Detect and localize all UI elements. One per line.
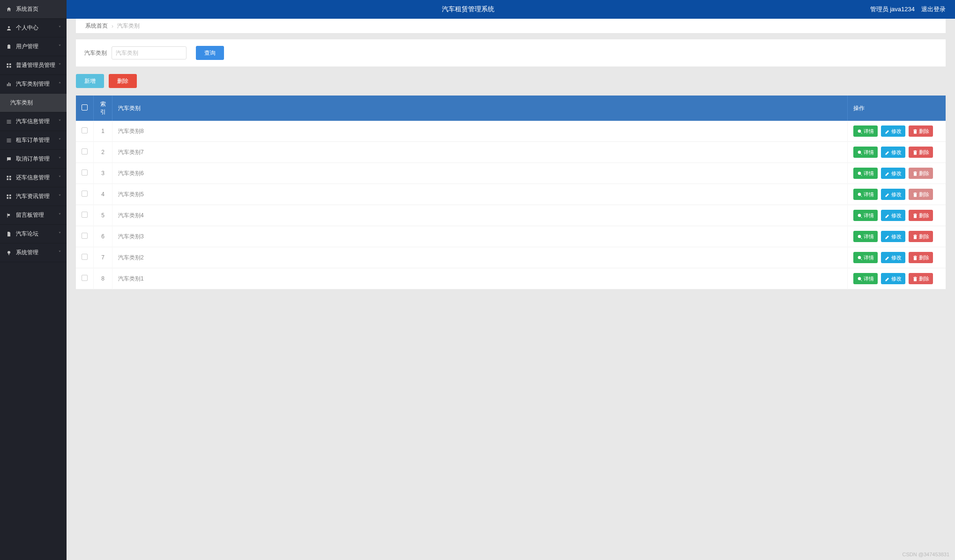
svg-rect-6 [9, 66, 11, 68]
svg-rect-64 [913, 277, 917, 278]
sidebar-item-2[interactable]: 用户管理˅ [0, 37, 67, 56]
sidebar-item-5[interactable]: 汽车类别 [0, 94, 67, 112]
row-actions: 详情 修改 删除 [847, 142, 946, 163]
header-category: 汽车类别 [112, 96, 848, 121]
trash-icon [912, 150, 918, 155]
row-category: 汽车类别5 [112, 184, 848, 205]
svg-rect-25 [8, 254, 9, 255]
row-delete-button[interactable]: 删除 [909, 147, 933, 158]
detail-button[interactable]: 详情 [853, 273, 878, 284]
row-checkbox[interactable] [82, 254, 88, 260]
row-delete-button[interactable]: 删除 [909, 210, 933, 221]
search-bar: 汽车类别 查询 [76, 39, 946, 66]
search-icon [857, 129, 862, 134]
user-role-label[interactable]: 管理员 java1234 [870, 5, 915, 14]
detail-button[interactable]: 详情 [853, 147, 878, 158]
svg-rect-14 [7, 140, 11, 140]
svg-rect-8 [8, 82, 9, 86]
detail-button[interactable]: 详情 [853, 189, 878, 200]
sidebar-item-4[interactable]: 汽车类别管理˄ [0, 75, 67, 94]
logout-link[interactable]: 退出登录 [921, 5, 946, 14]
select-all-checkbox[interactable] [82, 104, 88, 111]
sidebar-item-1[interactable]: 个人中心˅ [0, 19, 67, 37]
row-delete-button[interactable]: 删除 [909, 252, 933, 263]
sidebar-item-9[interactable]: 还车信息管理˅ [0, 169, 67, 187]
sidebar-item-10[interactable]: 汽车资讯管理˅ [0, 187, 67, 206]
svg-line-37 [860, 174, 862, 176]
sidebar-item-12[interactable]: 汽车论坛˅ [0, 225, 67, 243]
row-actions: 详情 修改 删除 [847, 247, 946, 268]
detail-button[interactable]: 详情 [853, 231, 878, 242]
svg-line-57 [860, 258, 862, 260]
table-row: 8 汽车类别1 详情 修改 删除 [76, 268, 946, 289]
table-row: 1 汽车类别8 详情 修改 删除 [76, 121, 946, 142]
row-delete-button[interactable]: 删除 [909, 125, 933, 137]
svg-point-0 [8, 26, 10, 28]
detail-button[interactable]: 详情 [853, 125, 878, 137]
row-delete-button[interactable]: 删除 [909, 189, 933, 200]
row-checkbox[interactable] [82, 148, 88, 155]
row-checkbox-cell [76, 121, 94, 142]
row-index: 5 [94, 205, 112, 226]
table-row: 6 汽车类别3 详情 修改 删除 [76, 226, 946, 247]
row-index: 4 [94, 184, 112, 205]
sidebar-item-label: 取消订单管理 [16, 155, 59, 163]
sidebar-item-label: 系统首页 [16, 5, 61, 13]
row-checkbox[interactable] [82, 233, 88, 239]
delete-button[interactable]: 删除 [109, 74, 137, 88]
edit-icon [885, 234, 890, 239]
edit-button[interactable]: 修改 [881, 231, 905, 242]
svg-rect-54 [913, 235, 917, 236]
svg-point-51 [858, 235, 861, 238]
svg-rect-38 [914, 172, 917, 176]
svg-rect-65 [915, 277, 916, 277]
row-index: 1 [94, 121, 112, 142]
top-header: 汽车租赁管理系统 管理员 java1234 退出登录 [67, 0, 955, 19]
sidebar-item-8[interactable]: 取消订单管理˅ [0, 150, 67, 169]
edit-button[interactable]: 修改 [881, 189, 905, 200]
sidebar-item-3[interactable]: 普通管理员管理˅ [0, 56, 67, 75]
svg-rect-39 [913, 172, 917, 172]
sidebar-item-0[interactable]: 系统首页 [0, 0, 67, 19]
detail-button[interactable]: 详情 [853, 252, 878, 263]
row-checkbox[interactable] [82, 127, 88, 133]
edit-button[interactable]: 修改 [881, 125, 905, 137]
svg-rect-18 [7, 178, 9, 180]
chat-icon [6, 156, 12, 162]
edit-button[interactable]: 修改 [881, 252, 905, 263]
search-input[interactable] [112, 46, 187, 59]
row-checkbox[interactable] [82, 191, 88, 197]
add-button[interactable]: 新增 [76, 74, 104, 88]
row-delete-button[interactable]: 删除 [909, 231, 933, 242]
sidebar-item-label: 用户管理 [16, 43, 59, 51]
sidebar-item-6[interactable]: 汽车信息管理˅ [0, 112, 67, 131]
row-delete-button[interactable]: 删除 [909, 273, 933, 284]
svg-rect-45 [915, 192, 916, 193]
svg-rect-4 [9, 63, 11, 65]
edit-button[interactable]: 修改 [881, 210, 905, 221]
row-category: 汽车类别1 [112, 268, 848, 289]
chevron-icon: ˅ [59, 250, 61, 255]
row-delete-button[interactable]: 删除 [909, 168, 933, 179]
search-button[interactable]: 查询 [196, 46, 224, 60]
edit-button[interactable]: 修改 [881, 168, 905, 179]
svg-line-42 [860, 195, 862, 197]
edit-button[interactable]: 修改 [881, 147, 905, 158]
edit-icon [885, 171, 890, 176]
svg-rect-48 [914, 214, 917, 218]
row-checkbox[interactable] [82, 275, 88, 281]
detail-button[interactable]: 详情 [853, 168, 878, 179]
sidebar-item-13[interactable]: 系统管理˅ [0, 243, 67, 262]
svg-rect-30 [915, 129, 916, 130]
detail-button[interactable]: 详情 [853, 210, 878, 221]
sidebar-item-11[interactable]: 留言板管理˅ [0, 206, 67, 225]
breadcrumb-home[interactable]: 系统首页 [85, 22, 108, 30]
header-action: 操作 [847, 96, 946, 121]
svg-rect-21 [9, 194, 11, 196]
row-checkbox[interactable] [82, 169, 88, 176]
row-checkbox[interactable] [82, 212, 88, 218]
sidebar-item-7[interactable]: 租车订单管理˅ [0, 131, 67, 150]
svg-rect-34 [913, 151, 917, 151]
svg-rect-11 [7, 121, 11, 122]
edit-button[interactable]: 修改 [881, 273, 905, 284]
